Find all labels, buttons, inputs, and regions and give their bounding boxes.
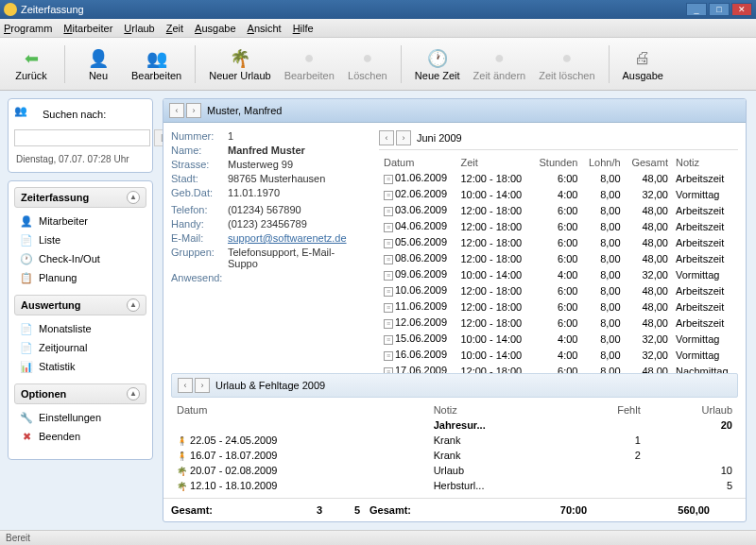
vac-type-icon: 🌴 [177,482,187,491]
app-icon [4,3,17,16]
edit2-icon: ● [298,47,320,70]
document-icon: ≡ [384,303,393,313]
vac-row[interactable]: 🧍 22.05 - 24.05.2009Krank1 [173,434,736,447]
document-icon: ≡ [384,287,393,297]
time-row[interactable]: ≡03.06.200912:00 - 18:006:008,0048,00Arb… [381,203,736,217]
toolbar-del-time-button: ●Zeit löschen [535,42,598,87]
time-cell: 10:00 - 14:00 [457,348,530,362]
nav-item-monatsliste[interactable]: 📄Monatsliste [16,319,145,338]
nav-item-planung[interactable]: 📋Planung [16,268,145,287]
current-datetime: Dienstag, 07.07. 07:28 Uhr [14,152,146,166]
vac-row[interactable]: 🧍 16.07 - 18.07.2009Krank2 [173,449,736,462]
nav-item-beenden[interactable]: ✖Beenden [16,427,145,446]
detail-label: Gruppen: [171,247,228,269]
time-col-header: Stunden [532,156,580,169]
planung-icon: 📋 [20,271,33,284]
nav-item-zeitjournal[interactable]: 📄Zeitjournal [16,338,145,357]
search-people-icon: 👥 [14,105,37,124]
time-row[interactable]: ≡05.06.200912:00 - 18:006:008,0048,00Arb… [381,235,736,249]
person-next-button[interactable]: › [186,103,201,118]
document-icon: ≡ [384,335,393,345]
nav-panel: Zeiterfassung▲👤Mitarbeiter📄Liste🕐Check-I… [8,180,153,460]
detail-label: Anwesend: [171,272,228,283]
month-next-button[interactable]: › [396,130,411,145]
search-input[interactable] [14,129,150,146]
search-label: Suchen nach: [43,109,106,120]
nav-item-statistik[interactable]: 📊Statistik [16,357,145,376]
time-row[interactable]: ≡15.06.200910:00 - 14:004:008,0032,00Vor… [381,332,736,346]
del-time-icon: ● [556,47,578,70]
close-button[interactable]: ✕ [731,3,752,16]
menu-hilfe[interactable]: Hilfe [293,23,314,34]
nav-item-liste[interactable]: 📄Liste [16,230,145,249]
time-cell: 32,00 [626,348,671,362]
document-icon: ≡ [384,239,393,248]
person-details: Nummer:1Name:Manfred MusterStrasse:Muste… [171,130,360,366]
menu-ansicht[interactable]: Ansicht [248,23,282,34]
time-cell: Vormittag [673,267,736,281]
detail-value: 1 [228,130,360,142]
time-row[interactable]: ≡16.06.200910:00 - 14:004:008,0032,00Vor… [381,348,736,362]
menu-mitarbeiter[interactable]: Mitarbeiter [63,23,112,34]
time-cell: 48,00 [626,299,671,314]
time-row[interactable]: ≡11.06.200912:00 - 18:006:008,0048,00Arb… [381,299,736,314]
nav-section-auswertung[interactable]: Auswertung▲ [14,295,146,315]
nav-item-mitarbeiter[interactable]: 👤Mitarbeiter [16,212,145,230]
time-cell: 6:00 [532,203,580,217]
nav-item-einstellungen[interactable]: 🔧Einstellungen [16,408,145,427]
vac-row[interactable]: 🌴 12.10 - 18.10.2009Herbsturl...5 [173,479,736,492]
toolbar-out-button[interactable]: 🖨Ausgabe [619,42,667,87]
time-row[interactable]: ≡17.06.200912:00 - 18:006:008,0048,00Nac… [381,364,736,373]
time-row[interactable]: ≡12.06.200912:00 - 18:006:008,0048,00Arb… [381,315,736,330]
toolbar-edit-time-label: Zeit ändern [473,70,526,81]
titlebar: Zeiterfassung _ □ ✕ [0,0,756,19]
toolbar-new-button[interactable]: 👤Neu [75,42,122,87]
toolbar-new-vac-button[interactable]: 🌴Neuer Urlaub [205,42,274,87]
time-row[interactable]: ≡09.06.200910:00 - 14:004:008,0032,00Vor… [381,267,736,281]
minimize-button[interactable]: _ [686,3,707,16]
toolbar-edit-button[interactable]: 👥Bearbeiten [128,42,185,87]
maximize-button[interactable]: □ [709,3,730,16]
totals-hours: 70:00 [445,504,644,516]
time-row[interactable]: ≡01.06.200912:00 - 18:006:008,0048,00Arb… [381,171,736,185]
person-prev-button[interactable]: ‹ [169,103,184,118]
nav-section-zeiterfassung[interactable]: Zeiterfassung▲ [14,187,146,208]
time-cell: 8,00 [582,267,623,281]
vac-col-header: Fehlt [572,403,644,417]
vac-prev-button[interactable]: ‹ [178,378,193,393]
time-cell: 12:00 - 18:00 [457,299,530,314]
menu-programm[interactable]: Programm [4,23,52,34]
menu-ausgabe[interactable]: Ausgabe [195,23,235,34]
time-cell: 8,00 [582,203,623,217]
menu-zeit[interactable]: Zeit [166,23,183,34]
email-link[interactable]: support@softwarenetz.de [228,232,347,244]
new-time-icon: 🕐 [426,47,449,70]
time-row[interactable]: ≡02.06.200910:00 - 14:004:008,0032,00Vor… [381,187,736,201]
time-cell: 6:00 [532,235,580,249]
month-prev-button[interactable]: ‹ [379,130,394,145]
toolbar-new-time-button[interactable]: 🕐Neue Zeit [411,42,464,87]
totals-amount: 560,00 [644,504,738,516]
vac-row[interactable]: 🌴 20.07 - 02.08.2009Urlaub10 [173,464,736,477]
nav-item-checkinout[interactable]: 🕐Check-In/Out [16,249,145,268]
time-cell: 32,00 [626,332,671,346]
document-icon: ≡ [384,191,393,200]
detail-value[interactable]: support@softwarenetz.de [228,232,360,244]
document-icon: ≡ [384,207,393,216]
time-row[interactable]: ≡10.06.200912:00 - 18:006:008,0048,00Arb… [381,283,736,298]
time-cell: 12:00 - 18:00 [457,171,530,185]
menu-urlaub[interactable]: Urlaub [124,23,154,34]
time-cell: 12:00 - 18:00 [457,283,530,298]
vac-next-button[interactable]: › [195,378,210,393]
time-row[interactable]: ≡08.06.200912:00 - 18:006:008,0048,00Arb… [381,251,736,265]
nav-section-optionen[interactable]: Optionen▲ [14,383,146,404]
time-row[interactable]: ≡04.06.200912:00 - 18:006:008,0048,00Arb… [381,219,736,233]
toolbar-back-button[interactable]: ⬅Zurück [8,42,55,87]
time-cell: 8,00 [582,332,623,346]
time-col-header: Zeit [457,156,530,169]
time-col-header: Gesamt [626,156,671,169]
nav-item-label: Beenden [39,431,80,442]
time-cell: 4:00 [532,348,580,362]
chevron-up-icon: ▲ [127,387,140,400]
time-cell: ≡09.06.2009 [381,267,455,281]
